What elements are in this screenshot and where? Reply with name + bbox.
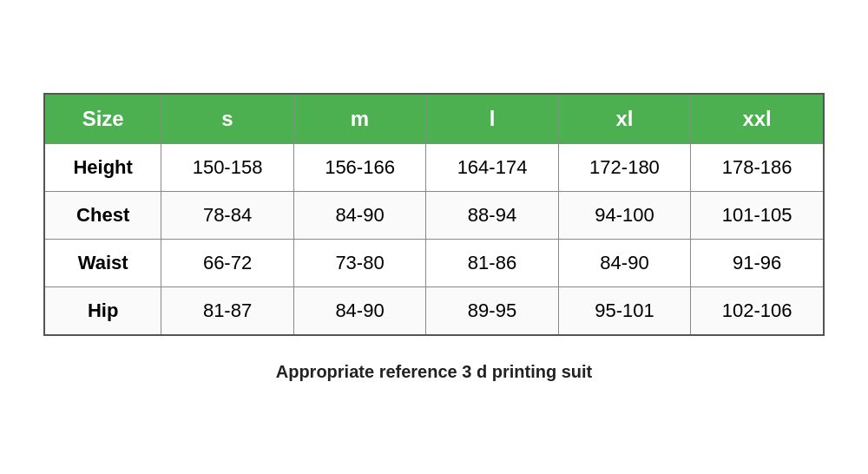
chest-s: 78-84 xyxy=(161,191,293,239)
chest-m: 84-90 xyxy=(293,191,425,239)
table-header: Size s m l xl xxl xyxy=(44,94,824,144)
waist-l: 81-86 xyxy=(426,239,558,286)
chest-l: 88-94 xyxy=(426,191,558,239)
page-container: Size s m l xl xxl Height 150-158 156-166… xyxy=(43,93,825,382)
table-row: Chest 78-84 84-90 88-94 94-100 101-105 xyxy=(44,191,824,239)
hip-xxl: 102-106 xyxy=(691,286,824,335)
table-row: Height 150-158 156-166 164-174 172-180 1… xyxy=(44,143,824,191)
hip-l: 89-95 xyxy=(426,286,558,335)
hip-xl: 95-101 xyxy=(558,286,690,335)
col-header-l: l xyxy=(426,94,558,144)
table-row: Waist 66-72 73-80 81-86 84-90 91-96 xyxy=(44,239,824,286)
row-label-hip: Hip xyxy=(44,286,161,335)
footer-text: Appropriate reference 3 d printing suit xyxy=(276,362,593,382)
size-chart-table: Size s m l xl xxl Height 150-158 156-166… xyxy=(43,93,825,336)
waist-m: 73-80 xyxy=(293,239,425,286)
row-label-chest: Chest xyxy=(44,191,161,239)
height-xl: 172-180 xyxy=(558,143,690,191)
size-header-cell: Size xyxy=(44,94,161,144)
waist-s: 66-72 xyxy=(161,239,293,286)
height-m: 156-166 xyxy=(293,143,425,191)
row-label-waist: Waist xyxy=(44,239,161,286)
col-header-s: s xyxy=(161,94,293,144)
table-body: Height 150-158 156-166 164-174 172-180 1… xyxy=(44,143,824,335)
chest-xxl: 101-105 xyxy=(691,191,824,239)
waist-xxl: 91-96 xyxy=(691,239,824,286)
header-row: Size s m l xl xxl xyxy=(44,94,824,144)
height-s: 150-158 xyxy=(161,143,293,191)
hip-s: 81-87 xyxy=(161,286,293,335)
hip-m: 84-90 xyxy=(293,286,425,335)
col-header-m: m xyxy=(293,94,425,144)
col-header-xl: xl xyxy=(558,94,690,144)
chest-xl: 94-100 xyxy=(558,191,690,239)
col-header-xxl: xxl xyxy=(691,94,824,144)
height-l: 164-174 xyxy=(426,143,558,191)
waist-xl: 84-90 xyxy=(558,239,690,286)
row-label-height: Height xyxy=(44,143,161,191)
height-xxl: 178-186 xyxy=(691,143,824,191)
table-row: Hip 81-87 84-90 89-95 95-101 102-106 xyxy=(44,286,824,335)
